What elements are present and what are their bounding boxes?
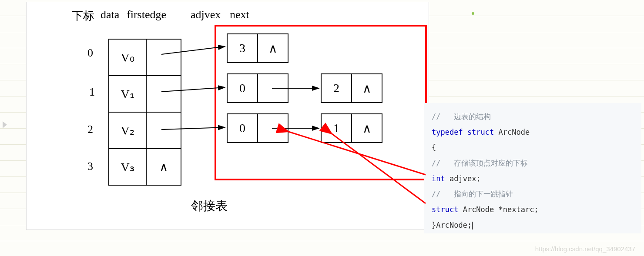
vertex-1: V₁ bbox=[109, 76, 146, 112]
code-l1: // 边表的结构 bbox=[432, 109, 634, 125]
vertex-2: V₂ bbox=[109, 112, 146, 149]
diagram-caption: 邻接表 bbox=[191, 198, 228, 214]
green-dot bbox=[472, 12, 474, 15]
index-2: 2 bbox=[87, 123, 93, 136]
header-data: data bbox=[101, 8, 119, 21]
vertex-0: V₀ bbox=[109, 39, 146, 76]
left-triangle-marker bbox=[3, 121, 7, 128]
text-cursor bbox=[472, 222, 473, 229]
header-subscript: 下标 bbox=[72, 8, 94, 23]
vertex-2-firstedge bbox=[146, 112, 181, 149]
code-l7: struct ArcNode *nextarc; bbox=[432, 202, 634, 218]
watermark: https://blog.csdn.net/qq_34902437 bbox=[535, 245, 635, 253]
index-0: 0 bbox=[87, 47, 93, 60]
vertex-3-null: ∧ bbox=[146, 149, 181, 185]
adjacency-list-diagram: 下标 data firstedge adjvex next 0 1 2 3 V₀… bbox=[26, 2, 429, 230]
header-adjvex: adjvex bbox=[191, 8, 221, 21]
code-l3: { bbox=[432, 140, 634, 156]
vertex-table: V₀ V₁ V₂ V₃∧ bbox=[108, 39, 181, 186]
index-1: 1 bbox=[89, 86, 95, 99]
index-3: 3 bbox=[87, 160, 93, 173]
header-next: next bbox=[230, 8, 249, 21]
code-l2: typedef struct ArcNode bbox=[432, 125, 634, 140]
header-firstedge: firstedge bbox=[127, 8, 166, 21]
code-l6: // 指向的下一跳指针 bbox=[432, 186, 634, 202]
vertex-1-firstedge bbox=[146, 76, 181, 112]
code-panel: // 边表的结构 typedef struct ArcNode { // 存储该… bbox=[424, 103, 641, 233]
code-l5: int adjvex; bbox=[432, 171, 634, 187]
red-highlight-box bbox=[215, 25, 427, 180]
code-l4: // 存储该顶点对应的下标 bbox=[432, 156, 634, 171]
vertex-3: V₃ bbox=[109, 149, 146, 185]
vertex-0-firstedge bbox=[146, 39, 181, 76]
code-l8: }ArcNode; bbox=[432, 218, 634, 233]
